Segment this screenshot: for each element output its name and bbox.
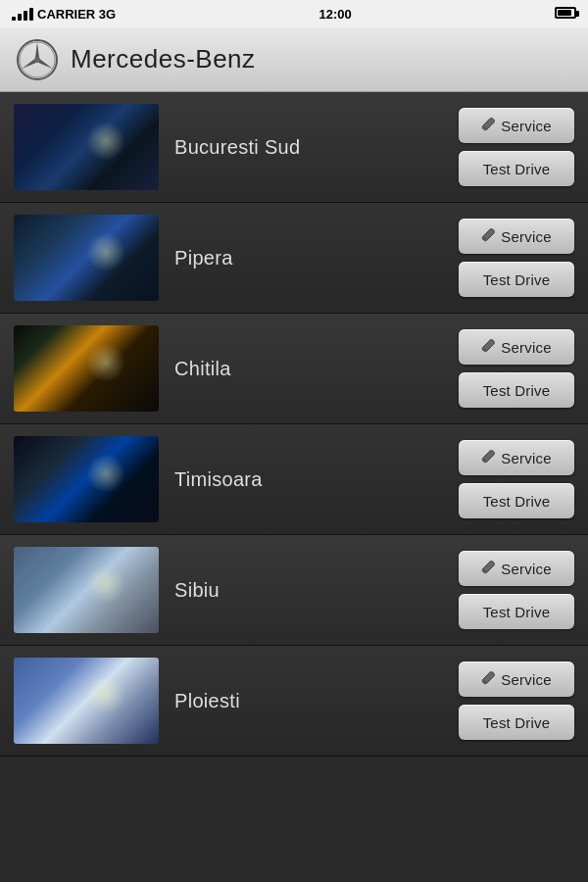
test-drive-button-pipera[interactable]: Test Drive: [459, 262, 574, 297]
svg-marker-3: [38, 59, 54, 70]
dealer-image-bucuresti-sud: [14, 104, 159, 190]
dealer-name-ploiesti: Ploiesti: [159, 690, 459, 712]
dealer-image-sibiu: [14, 547, 159, 633]
dealer-image-timisoara: [14, 436, 159, 522]
service-button-ploiesti[interactable]: Service: [459, 662, 574, 697]
status-bar: CARRIER 3G 12:00: [0, 0, 588, 27]
test-drive-button-ploiesti[interactable]: Test Drive: [459, 705, 574, 740]
service-button-sibiu[interactable]: Service: [459, 551, 574, 586]
wrench-icon: [481, 450, 495, 466]
mercedes-logo: [16, 38, 59, 81]
dealer-actions-sibiu: Service Test Drive: [459, 551, 574, 629]
app-header: Mercedes-Benz: [0, 27, 588, 92]
dealer-name-chitila: Chitila: [159, 358, 459, 380]
svg-point-6: [484, 126, 486, 128]
service-label: Service: [501, 450, 551, 466]
svg-point-10: [484, 569, 486, 571]
test-drive-label: Test Drive: [483, 382, 551, 399]
dealer-image-chitila: [14, 325, 159, 412]
dealer-actions-pipera: Service Test Drive: [459, 219, 574, 297]
test-drive-button-timisoara[interactable]: Test Drive: [459, 483, 574, 518]
test-drive-button-bucuresti-sud[interactable]: Test Drive: [459, 151, 574, 186]
service-button-timisoara[interactable]: Service: [459, 440, 574, 475]
svg-marker-4: [21, 59, 36, 70]
service-label: Service: [501, 561, 551, 577]
svg-point-5: [34, 57, 40, 63]
wrench-icon: [481, 339, 495, 356]
test-drive-button-sibiu[interactable]: Test Drive: [459, 594, 574, 629]
status-left: CARRIER 3G: [12, 7, 116, 22]
svg-marker-2: [35, 42, 39, 58]
service-label: Service: [501, 339, 551, 356]
dealer-item-ploiesti: Ploiesti Service Test Drive: [0, 646, 588, 757]
svg-point-11: [484, 680, 486, 682]
test-drive-label: Test Drive: [483, 604, 551, 620]
dealer-actions-timisoara: Service Test Drive: [459, 440, 574, 518]
dealer-image-pipera: [14, 215, 159, 301]
wrench-icon: [481, 228, 495, 245]
test-drive-label: Test Drive: [483, 493, 551, 510]
test-drive-button-chitila[interactable]: Test Drive: [459, 372, 574, 408]
service-button-bucuresti-sud[interactable]: Service: [459, 108, 574, 143]
test-drive-label: Test Drive: [483, 714, 551, 731]
dealer-item-bucuresti-sud: Bucuresti Sud Service Test Drive: [0, 92, 588, 203]
wrench-icon: [481, 118, 495, 134]
service-label: Service: [501, 671, 551, 688]
service-button-chitila[interactable]: Service: [459, 329, 574, 365]
service-label: Service: [501, 228, 551, 245]
dealer-name-sibiu: Sibiu: [159, 579, 459, 602]
dealer-item-pipera: Pipera Service Test Drive: [0, 203, 588, 314]
time-label: 12:00: [318, 7, 351, 22]
dealer-name-pipera: Pipera: [159, 247, 459, 270]
dealer-name-bucuresti-sud: Bucuresti Sud: [159, 136, 459, 159]
svg-point-8: [484, 348, 486, 350]
dealer-item-chitila: Chitila Service Test Drive: [0, 314, 588, 424]
app-title: Mercedes-Benz: [71, 44, 256, 74]
test-drive-label: Test Drive: [483, 271, 551, 288]
dealer-item-timisoara: Timisoara Service Test Drive: [0, 424, 588, 535]
dealer-name-timisoara: Timisoara: [159, 468, 459, 491]
battery-icon: [555, 7, 576, 22]
dealer-actions-bucuresti-sud: Service Test Drive: [459, 108, 574, 186]
wrench-icon: [481, 671, 495, 688]
service-label: Service: [501, 118, 551, 134]
carrier-label: CARRIER 3G: [37, 7, 116, 22]
service-button-pipera[interactable]: Service: [459, 219, 574, 254]
dealer-list: Bucuresti Sud Service Test Drive Pipera: [0, 92, 588, 882]
signal-icon: [12, 8, 33, 21]
dealer-actions-ploiesti: Service Test Drive: [459, 662, 574, 740]
dealer-actions-chitila: Service Test Drive: [459, 329, 574, 408]
svg-point-9: [484, 459, 486, 461]
wrench-icon: [481, 561, 495, 577]
dealer-item-sibiu: Sibiu Service Test Drive: [0, 535, 588, 646]
dealer-image-ploiesti: [14, 658, 159, 744]
test-drive-label: Test Drive: [483, 161, 551, 177]
svg-point-7: [484, 237, 486, 239]
